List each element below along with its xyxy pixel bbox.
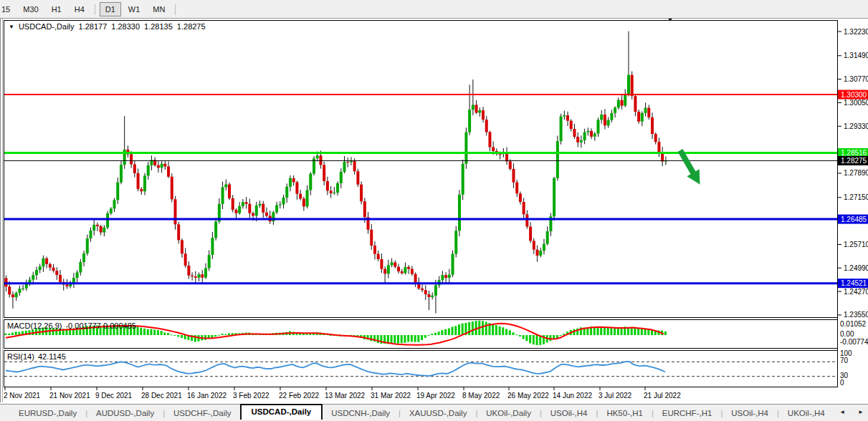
price-chart: 1.322301.314901.307701.300501.293301.278… (0, 19, 868, 402)
chart-title: ▼USDCAD-,Daily1.281771.283301.281351.282… (9, 22, 206, 31)
date-tick-label: 13 Mar 2022 (325, 392, 366, 400)
timeframe-button-MN[interactable]: MN (147, 2, 171, 16)
macd-axis-label: 0.01052 (840, 320, 867, 328)
price-tick-label: 1.24990 (844, 264, 868, 272)
macd-name: MACD(12,26,9) (7, 321, 62, 330)
price-badge-label: 1.26485 (841, 216, 867, 223)
timeframe-button-15[interactable]: 15 (0, 2, 16, 16)
price-tick-label: 1.27890 (844, 169, 868, 177)
tab-eurusd-daily-0[interactable]: EURUSD-,Daily (10, 406, 85, 420)
toolbar-separator (175, 4, 176, 15)
price-badge-label: 1.30300 (841, 91, 867, 99)
timeframe-button-W1[interactable]: W1 (123, 2, 146, 16)
tab-scroll-arrows: ◄ ► (839, 409, 864, 415)
rsi-axis-label: 70 (840, 357, 849, 364)
tab-xauusd-daily-5[interactable]: XAUUSD-,Daily (401, 406, 476, 420)
price-tick-label: 1.25710 (844, 241, 868, 248)
macd-values: -0.001777 0.000485 (65, 321, 135, 330)
rsi-value: 42.1145 (38, 352, 66, 361)
date-tick-label: 3 Jul 2022 (598, 392, 632, 400)
ohlc-high: 1.28330 (111, 22, 140, 31)
price-badge-label: 1.24521 (841, 279, 867, 287)
tab-usoil-h4-7[interactable]: USOil-,H4 (542, 406, 596, 420)
rsi-label: RSI(14)42.1145 (7, 352, 66, 361)
macd-axis-label: 0.00 (840, 330, 854, 338)
tab-scroll-right-icon[interactable]: ► (858, 409, 864, 415)
price-tick-label: 1.32230 (844, 28, 868, 36)
macd-axis-label: -0.00774 (840, 338, 868, 346)
symbol-tabbar: EURUSD-,Daily|AUDUSD-,Daily|USDCHF-,Dail… (0, 404, 868, 421)
price-tick-label: 1.27150 (844, 193, 868, 201)
date-tick-label: 3 Feb 2022 (233, 392, 270, 400)
date-tick-label: 8 May 2022 (462, 392, 500, 400)
price-tick-label: 1.23550 (844, 311, 868, 319)
timeframe-button-M30[interactable]: M30 (17, 2, 44, 16)
date-tick-label: 2 Nov 2021 (4, 392, 41, 400)
price-tick-label: 1.30050 (844, 99, 868, 107)
date-tick-label: 16 Jan 2022 (187, 392, 226, 400)
date-tick-label: 21 Jul 2022 (644, 392, 681, 400)
timeframe-toolbar: 15M30H1H4D1W1MN (0, 0, 868, 19)
date-tick-label: 22 Feb 2022 (279, 392, 320, 400)
date-tick-label: 9 Dec 2021 (95, 392, 133, 400)
date-tick-label: 31 Mar 2022 (371, 392, 411, 400)
tab-hk50-h1-8[interactable]: HK50-,H1 (598, 406, 652, 420)
ohlc-close: 1.28275 (177, 22, 206, 31)
price-tick-label: 1.24270 (844, 288, 868, 296)
rsi-axis-label: 0 (840, 379, 844, 387)
timeframe-button-H4[interactable]: H4 (69, 2, 90, 16)
tab-ukoil-daily-6[interactable]: UKOil-,Daily (477, 406, 540, 420)
symbol-collapse-icon[interactable]: ▼ (9, 24, 14, 30)
price-tick-label: 1.31490 (844, 52, 868, 59)
main-pane (4, 21, 838, 318)
price-tick-label: 1.30770 (844, 75, 868, 83)
timeframe-button-H1[interactable]: H1 (46, 2, 67, 16)
toolbar-separator (95, 4, 95, 15)
tab-ukoil-h4-11[interactable]: UKOil-,H4 (779, 406, 834, 420)
tab-usdcad-daily-active-3[interactable]: USDCAD-,Daily (240, 404, 323, 420)
price-badge-label: 1.28275 (841, 157, 867, 165)
price-badge-label: 1.28516 (841, 149, 867, 157)
price-tick-label: 1.29330 (844, 122, 868, 130)
tab-usdcnh-daily-4[interactable]: USDCNH-,Daily (323, 406, 399, 420)
tab-usoil-h4-10[interactable]: USOil-,H4 (722, 406, 777, 420)
date-tick-label: 14 Jun 2022 (553, 392, 592, 400)
symbol-label: USDCAD-,Daily (19, 22, 75, 31)
date-tick-label: 19 Apr 2022 (416, 392, 455, 400)
date-tick-label: 21 Nov 2021 (49, 392, 90, 400)
date-tick-label: 26 May 2022 (507, 392, 549, 400)
ohlc-low: 1.28135 (144, 22, 173, 31)
ohlc-open: 1.28177 (79, 22, 108, 31)
tab-audusd-daily-1[interactable]: AUDUSD-,Daily (87, 406, 163, 420)
mt4-window: 15M30H1H4D1W1MN 1.322301.314901.307701.3… (0, 0, 868, 421)
rsi-name: RSI(14) (7, 352, 34, 361)
date-tick-label: 28 Dec 2021 (141, 392, 182, 400)
tab-eurchf-h1-9[interactable]: EURCHF-,H1 (654, 406, 721, 420)
macd-label: MACD(12,26,9)-0.001777 0.000485 (7, 321, 136, 330)
chart-area: 1.322301.314901.307701.300501.293301.278… (0, 19, 868, 402)
timeframe-button-D1[interactable]: D1 (100, 2, 121, 16)
tab-scroll-left-icon[interactable]: ◄ (839, 409, 845, 415)
tab-usdchf-daily-2[interactable]: USDCHF-,Daily (165, 406, 240, 420)
rsi-pane (4, 351, 838, 387)
